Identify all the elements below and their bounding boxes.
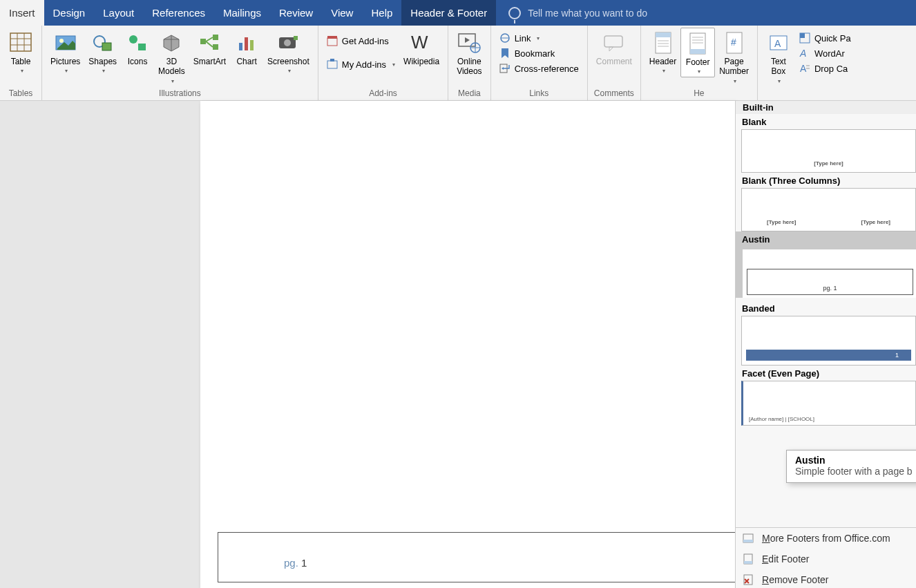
gallery-item-facet-title: Facet (Even Page) xyxy=(736,366,916,381)
bookmark-icon xyxy=(499,48,511,59)
footer-prefix: pg. xyxy=(284,557,301,569)
group-illustrations-label: Illustrations xyxy=(46,88,314,99)
tab-help[interactable]: Help xyxy=(362,0,401,26)
edit-footer-icon xyxy=(743,553,754,565)
gallery-item-blank3[interactable]: [Type here] [Type here] xyxy=(741,188,916,231)
store-icon xyxy=(327,35,338,46)
tab-insert[interactable]: Insert xyxy=(0,0,44,26)
wordart-button[interactable]: A WordAr xyxy=(795,46,855,61)
svg-rect-25 xyxy=(327,38,337,46)
get-addins-button[interactable]: Get Add-ins xyxy=(323,33,399,48)
my-addins-button[interactable]: My Add-ins xyxy=(323,57,399,72)
page-number-button[interactable]: # Page Number xyxy=(715,28,753,86)
group-comments-label: Comments xyxy=(592,88,636,99)
pictures-icon xyxy=(53,30,78,55)
group-text: A Text Box Quick Pa A WordAr A Drop Ca xyxy=(758,26,859,100)
svg-rect-0 xyxy=(10,33,31,51)
footer-button[interactable]: Footer xyxy=(680,28,715,77)
3d-models-button[interactable]: 3D Models xyxy=(154,28,189,86)
screenshot-button[interactable]: Screenshot xyxy=(263,28,314,76)
text-box-label: Text Box xyxy=(771,57,786,77)
edit-footer-button[interactable]: Edit Footer xyxy=(736,549,916,569)
smartart-button[interactable]: SmartArt xyxy=(189,28,230,68)
page-number-label: Page Number xyxy=(719,57,749,77)
svg-rect-14 xyxy=(200,39,206,44)
svg-point-23 xyxy=(284,39,291,46)
screenshot-icon xyxy=(276,30,300,55)
comment-label: Comment xyxy=(596,57,632,66)
group-media-label: Media xyxy=(452,88,486,99)
link-label: Link xyxy=(515,33,531,44)
remove-footer-label: Remove Footer xyxy=(762,574,829,585)
quick-parts-button[interactable]: Quick Pa xyxy=(795,30,855,46)
gallery-item-banded-title: Banded xyxy=(736,301,916,316)
tab-header-footer[interactable]: Header & Footer xyxy=(401,0,496,26)
svg-text:W: W xyxy=(411,33,428,53)
table-icon xyxy=(8,30,33,55)
gallery-item-banded[interactable]: 1 xyxy=(741,316,916,366)
group-header-footer: Header Footer # Page Number He xyxy=(641,26,758,100)
chart-button[interactable]: Chart xyxy=(230,28,263,68)
pictures-button[interactable]: Pictures xyxy=(46,28,84,76)
icons-label: Icons xyxy=(128,57,148,66)
more-footers-label: More Footers from Office.com xyxy=(762,533,890,544)
tell-me-placeholder: Tell me what you want to do xyxy=(528,8,647,19)
svg-rect-24 xyxy=(294,36,298,40)
svg-line-17 xyxy=(206,37,213,41)
footer-gallery: Built-in Blank [Type here] Blank (Three … xyxy=(735,101,916,588)
drop-cap-icon: A xyxy=(799,63,810,74)
page-number-icon: # xyxy=(722,30,747,55)
gallery-section-builtin: Built-in xyxy=(736,101,916,114)
footer-page-text: pg. 1 xyxy=(284,557,307,569)
banded-num: 1 xyxy=(895,352,899,359)
drop-cap-button[interactable]: A Drop Ca xyxy=(795,61,855,76)
blank3-ph2: [Type here] xyxy=(861,219,890,225)
svg-rect-43 xyxy=(656,32,671,37)
online-videos-button[interactable]: Online Videos xyxy=(452,28,486,78)
tab-review[interactable]: Review xyxy=(270,0,322,26)
svg-rect-10 xyxy=(138,44,146,50)
tab-layout[interactable]: Layout xyxy=(94,0,143,26)
cross-reference-button[interactable]: Cross-reference xyxy=(495,61,583,76)
table-button[interactable]: Table xyxy=(4,28,37,76)
gallery-item-blank-title: Blank xyxy=(736,114,916,129)
footer-region[interactable]: pg. 1 xyxy=(218,532,736,582)
tab-view[interactable]: View xyxy=(322,0,362,26)
tab-references[interactable]: References xyxy=(143,0,214,26)
bookmark-button[interactable]: Bookmark xyxy=(495,46,583,61)
comment-button[interactable]: Comment xyxy=(592,28,636,68)
gallery-item-austin[interactable]: Austin pg. 1 xyxy=(736,231,916,298)
online-videos-icon xyxy=(457,30,481,55)
wikipedia-button[interactable]: W Wikipedia xyxy=(399,28,443,68)
more-footers-button[interactable]: More Footers from Office.com xyxy=(736,528,916,549)
pictures-label: Pictures xyxy=(50,57,80,66)
svg-rect-19 xyxy=(239,43,242,50)
gallery-item-facet[interactable]: [Author name] | [SCHOOL] xyxy=(741,381,916,426)
page[interactable]: pg. 1 xyxy=(200,101,736,588)
shapes-button[interactable]: Shapes xyxy=(84,28,121,76)
header-button[interactable]: Header xyxy=(645,28,680,76)
wordart-label: WordAr xyxy=(814,48,845,59)
link-button[interactable]: Link xyxy=(495,30,583,46)
svg-marker-31 xyxy=(465,37,470,43)
addins-icon xyxy=(327,59,338,70)
gallery-item-blank3-title: Blank (Three Columns) xyxy=(736,173,916,188)
icons-button[interactable]: Icons xyxy=(121,28,154,68)
gallery-item-blank[interactable]: [Type here] xyxy=(741,129,916,173)
svg-text:A: A xyxy=(800,63,807,74)
quick-parts-label: Quick Pa xyxy=(814,33,851,44)
tab-mailings[interactable]: Mailings xyxy=(214,0,270,26)
group-tables: Table Tables xyxy=(0,26,42,100)
tab-design[interactable]: Design xyxy=(44,0,95,26)
bookmark-label: Bookmark xyxy=(515,48,555,59)
quick-parts-icon xyxy=(799,32,810,44)
wordart-icon: A xyxy=(799,48,810,59)
3d-models-icon xyxy=(159,30,184,55)
text-box-button[interactable]: A Text Box xyxy=(762,28,795,86)
header-label: Header xyxy=(649,57,676,66)
edit-footer-label: Edit Footer xyxy=(762,553,809,565)
svg-rect-27 xyxy=(327,61,337,68)
tell-me-search[interactable]: Tell me what you want to do xyxy=(496,0,647,26)
chart-icon xyxy=(234,30,259,55)
remove-footer-button[interactable]: Remove Footer xyxy=(736,569,916,588)
